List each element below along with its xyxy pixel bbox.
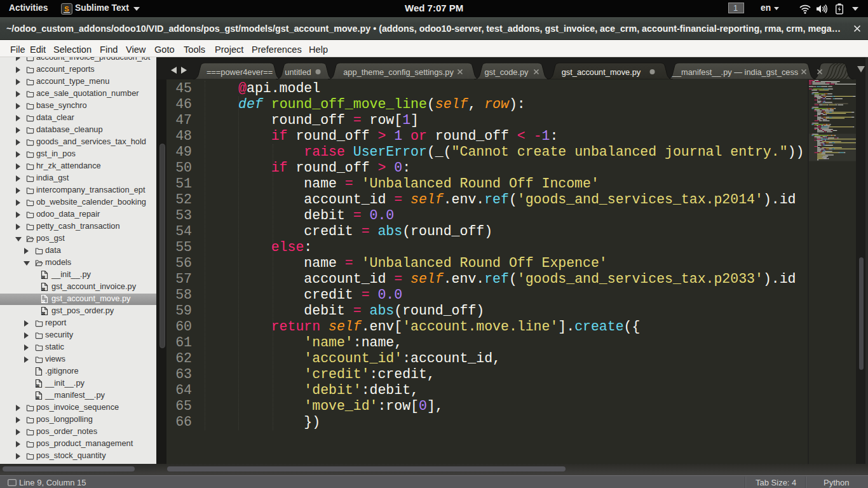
- svg-text:===power4ever==: ===power4ever==: [207, 67, 273, 77]
- svg-text:gst_account_move.py: gst_account_move.py: [562, 67, 641, 77]
- svg-text:__manifest__.py — india_gst_ce: __manifest__.py — india_gst_cess: [672, 67, 798, 77]
- svg-text:gst_code.py: gst_code.py: [484, 67, 529, 77]
- svg-text:app_theme_config_settings.py: app_theme_config_settings.py: [343, 67, 454, 77]
- svg-text:<>: <>: [41, 300, 45, 303]
- svg-text:<>: <>: [41, 276, 45, 279]
- svg-text:<>: <>: [41, 288, 45, 291]
- svg-text:<>: <>: [36, 396, 39, 400]
- svg-text:<>: <>: [41, 312, 45, 315]
- svg-text:S: S: [64, 5, 69, 13]
- svg-text:<>: <>: [36, 384, 39, 388]
- svg-text:untitled: untitled: [285, 67, 311, 77]
